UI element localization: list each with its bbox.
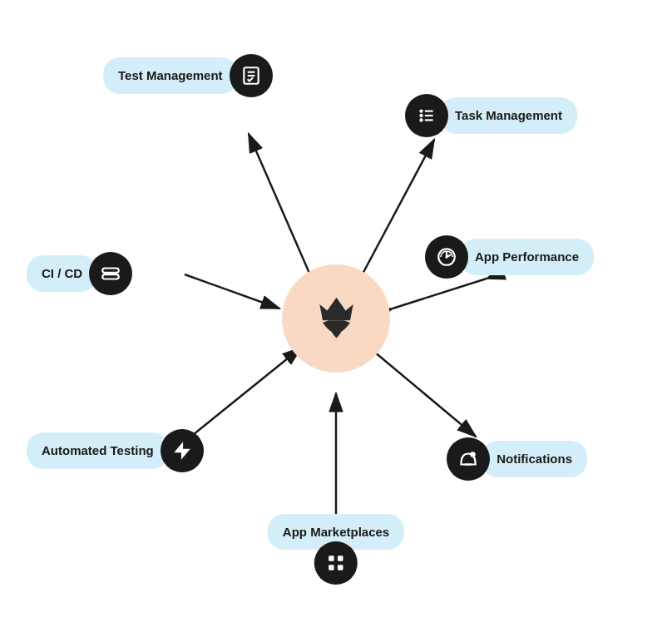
node-test-management: Test Management xyxy=(103,54,273,97)
svg-line-5 xyxy=(393,279,487,309)
svg-marker-22 xyxy=(174,442,190,460)
node-notifications: Notifications xyxy=(447,437,587,481)
automated-testing-label: Automated Testing xyxy=(27,432,169,469)
svg-point-12 xyxy=(419,109,422,112)
test-management-icon xyxy=(230,54,273,97)
notifications-icon xyxy=(447,437,490,481)
svg-rect-28 xyxy=(338,565,343,570)
svg-point-21 xyxy=(445,255,447,258)
svg-rect-19 xyxy=(102,274,119,279)
svg-line-2 xyxy=(249,134,311,277)
task-management-icon xyxy=(405,94,448,137)
node-app-performance: App Performance xyxy=(425,235,594,279)
test-management-label: Test Management xyxy=(103,57,238,94)
center-logo xyxy=(282,264,390,373)
cicd-label: CI / CD xyxy=(27,255,97,292)
svg-line-4 xyxy=(185,274,279,309)
svg-line-3 xyxy=(361,140,434,277)
node-app-marketplaces: App Marketplaces xyxy=(268,514,404,585)
svg-rect-25 xyxy=(329,556,334,561)
node-cicd: CI / CD xyxy=(27,252,132,295)
task-management-label: Task Management xyxy=(440,97,577,134)
svg-line-6 xyxy=(185,348,301,442)
app-marketplaces-icon xyxy=(314,541,358,585)
node-task-management: Task Management xyxy=(405,94,577,137)
automated-testing-icon xyxy=(161,429,204,472)
svg-point-23 xyxy=(470,452,476,457)
node-automated-testing: Automated Testing xyxy=(27,429,204,472)
svg-point-16 xyxy=(419,118,422,121)
svg-point-14 xyxy=(419,114,422,117)
diagram-container: Test Management Task Management CI / CD xyxy=(12,11,660,626)
app-performance-icon xyxy=(425,235,468,279)
svg-rect-18 xyxy=(102,269,119,273)
svg-rect-27 xyxy=(329,565,334,570)
svg-line-7 xyxy=(369,348,476,437)
logo-icon xyxy=(314,294,359,343)
app-performance-label: App Performance xyxy=(460,239,594,275)
notifications-label: Notifications xyxy=(482,441,587,477)
svg-rect-26 xyxy=(338,556,343,561)
cicd-icon xyxy=(89,252,132,295)
